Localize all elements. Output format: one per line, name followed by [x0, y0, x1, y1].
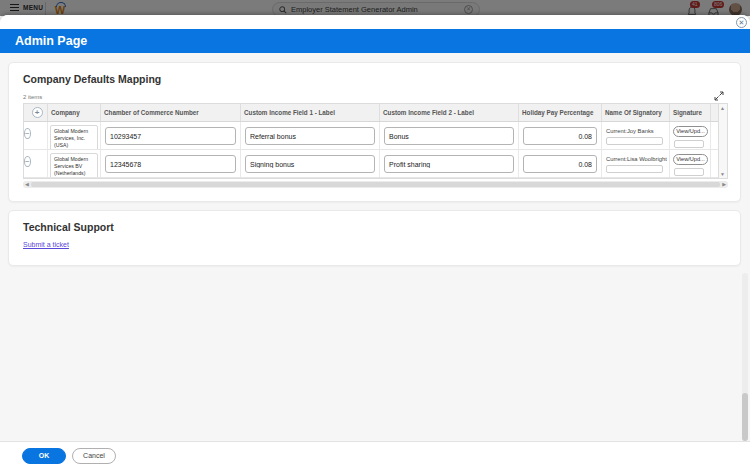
- company-defaults-mapping-card: Company Defaults Mapping 2 items + Compa…: [8, 62, 741, 202]
- holiday-pay-input[interactable]: [523, 127, 597, 145]
- col-header-custom1: Custom Income Field 1 - Label: [241, 104, 380, 121]
- col-header-signatory: Name Of Signatory: [602, 104, 670, 121]
- chamber-cell: [101, 122, 241, 149]
- modal-dim-overlay: [0, 0, 750, 16]
- chamber-cell: [101, 150, 241, 177]
- chamber-of-commerce-input[interactable]: [105, 127, 236, 145]
- col-header-holiday-pay: Holiday Pay Percentage: [519, 104, 602, 121]
- close-icon[interactable]: ✕: [736, 17, 747, 28]
- remove-row-icon[interactable]: −: [24, 128, 31, 139]
- company-value: Global Modern Services, Inc. (USA): [50, 125, 98, 149]
- submit-ticket-link[interactable]: Submit a ticket: [23, 241, 69, 248]
- company-cell: Global Modern Services BV (Netherlands): [48, 150, 101, 177]
- chamber-of-commerce-input[interactable]: [105, 155, 236, 173]
- col-header-custom2: Custom Income Field 2 - Label: [380, 104, 519, 121]
- scroll-left-icon[interactable]: ◀: [25, 181, 29, 188]
- signature-input[interactable]: [674, 140, 704, 148]
- page-vertical-scrollbar[interactable]: [742, 273, 748, 441]
- table-header-row: + Company Chamber of Commerce Number Cus…: [24, 104, 727, 122]
- section-heading-company-defaults: Company Defaults Mapping: [23, 73, 161, 85]
- section-heading-technical-support: Technical Support: [23, 221, 114, 233]
- admin-page-modal: ✕ Admin Page Company Defaults Mapping 2 …: [0, 15, 750, 469]
- custom-income-field2-input[interactable]: [384, 155, 514, 173]
- page-title-banner: Admin Page: [0, 29, 750, 53]
- signatory-input[interactable]: [606, 137, 663, 145]
- scroll-right-icon[interactable]: ▶: [722, 181, 726, 188]
- col-header-company: Company: [48, 104, 101, 121]
- signatory-cell: Current:Joy Banks: [602, 122, 670, 149]
- holiday-pay-input[interactable]: [523, 155, 597, 173]
- fullscreen-toggle-icon[interactable]: [714, 91, 724, 101]
- company-cell: Global Modern Services, Inc. (USA): [48, 122, 101, 149]
- signatory-current-label: Current:Lisa Woolbright: [606, 156, 669, 162]
- custom2-cell: [380, 122, 519, 149]
- custom1-cell: [241, 150, 380, 177]
- technical-support-card: Technical Support Submit a ticket: [8, 210, 741, 266]
- custom1-cell: [241, 122, 380, 149]
- page-scroll-thumb[interactable]: [742, 393, 748, 441]
- table-row: − Global Modern Services BV (Netherlands…: [24, 150, 727, 178]
- col-header-chamber: Chamber of Commerce Number: [101, 104, 241, 121]
- col-header-signature: Signature: [670, 104, 711, 121]
- view-update-signature-button[interactable]: View/Upd...: [673, 154, 708, 165]
- add-row-icon[interactable]: +: [32, 107, 43, 118]
- scroll-up-icon[interactable]: ▲: [720, 105, 725, 111]
- cancel-button[interactable]: Cancel: [72, 448, 116, 464]
- ok-button[interactable]: OK: [22, 448, 66, 464]
- admin-page-screen: MENU W Employer Statement Generator Admi…: [0, 0, 750, 469]
- signature-input[interactable]: [674, 168, 704, 176]
- signature-cell: View/Upd...: [670, 122, 711, 149]
- table-vertical-scrollbar[interactable]: ▲ ▼: [718, 104, 727, 178]
- page-title: Admin Page: [15, 34, 87, 48]
- company-defaults-table: + Company Chamber of Commerce Number Cus…: [23, 103, 728, 179]
- signatory-input[interactable]: [606, 165, 663, 173]
- custom-income-field2-input[interactable]: [384, 127, 514, 145]
- items-count: 2 items: [23, 94, 42, 100]
- modal-top-strip: [0, 15, 750, 29]
- scroll-down-icon[interactable]: ▼: [720, 171, 725, 177]
- add-row-header-cell: +: [24, 104, 48, 121]
- custom2-cell: [380, 150, 519, 177]
- table-horizontal-scrollbar[interactable]: ◀ ▶: [23, 181, 728, 188]
- company-value: Global Modern Services BV (Netherlands): [50, 153, 98, 177]
- table-row: − Global Modern Services, Inc. (USA) Cur…: [24, 122, 727, 150]
- signatory-current-label: Current:Joy Banks: [606, 128, 669, 134]
- custom-income-field1-input[interactable]: [245, 127, 375, 145]
- signature-cell: View/Upd...: [670, 150, 711, 177]
- holiday-pay-cell: [519, 122, 602, 149]
- remove-row-cell: −: [24, 122, 48, 149]
- custom-income-field1-input[interactable]: [245, 155, 375, 173]
- view-update-signature-button[interactable]: View/Upd...: [673, 126, 708, 137]
- horizontal-scroll-thumb[interactable]: [31, 182, 720, 187]
- signatory-cell: Current:Lisa Woolbright: [602, 150, 670, 177]
- remove-row-cell: −: [24, 150, 48, 177]
- remove-row-icon[interactable]: −: [24, 156, 31, 167]
- modal-footer: OK Cancel: [0, 441, 750, 469]
- holiday-pay-cell: [519, 150, 602, 177]
